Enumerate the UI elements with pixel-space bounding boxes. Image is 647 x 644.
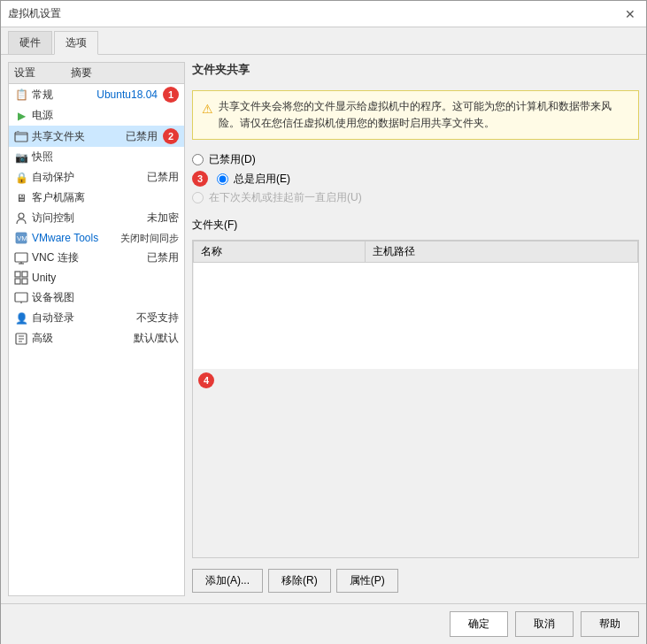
radio-disabled[interactable]: 已禁用(D)	[192, 152, 639, 167]
unity-icon	[14, 271, 28, 285]
main-window: 虚拟机设置 ✕ 硬件 选项 设置 摘要 📋 常规 Ubuntu18.04 1 ▶…	[0, 0, 647, 644]
folder-section: 名称 主机路径 4	[192, 240, 639, 558]
shared-folder-status: 已禁用	[126, 129, 158, 144]
col-path: 主机路径	[366, 242, 638, 263]
col-name: 名称	[194, 242, 366, 263]
bottom-bar: 确定 取消 帮助	[1, 603, 646, 644]
radio-disabled-input[interactable]	[192, 154, 204, 165]
radio-group: 已禁用(D) 3 总是启用(E) 在下次关机或挂起前一直启用(U)	[192, 147, 639, 211]
autologin-icon: 👤	[14, 311, 28, 326]
vmware-tools-icon: VM	[14, 231, 28, 245]
folder-section-label: 文件夹(F)	[192, 218, 639, 233]
sidebar-item-unity[interactable]: Unity	[9, 268, 184, 288]
sidebar-label-autosave: 自动保护	[32, 170, 74, 185]
svg-rect-8	[22, 272, 27, 277]
snapshot-icon: 📷	[14, 150, 28, 165]
warning-icon: ⚠	[202, 99, 213, 132]
warning-box: ⚠ 共享文件夹会将您的文件显示给虚拟机中的程序。这可能为您的计算机和数据带来风险…	[192, 90, 639, 140]
badge-2: 2	[163, 128, 179, 144]
warning-text: 共享文件夹会将您的文件显示给虚拟机中的程序。这可能为您的计算机和数据带来风险。请…	[219, 98, 629, 132]
device-view-icon	[14, 291, 28, 305]
vnc-icon	[14, 251, 28, 265]
left-panel-header: 设置 摘要	[9, 63, 184, 84]
radio-always-input[interactable]	[217, 173, 228, 185]
radio-poweroff-input	[192, 192, 204, 203]
advanced-status: 默认/默认	[134, 331, 179, 346]
main-content: 设置 摘要 📋 常规 Ubuntu18.04 1 ▶ 电源 共享文件夹 已禁用	[1, 55, 646, 603]
sidebar-label-general: 常规	[32, 88, 53, 103]
sidebar-item-shared-folder[interactable]: 共享文件夹 已禁用 2	[9, 126, 184, 147]
svg-rect-10	[22, 279, 27, 284]
sidebar-item-snapshot[interactable]: 📷 快照	[9, 147, 184, 167]
sidebar-label-unity: Unity	[32, 272, 56, 284]
svg-text:VM: VM	[17, 234, 27, 242]
badge-3: 3	[192, 171, 208, 187]
svg-rect-9	[15, 279, 20, 284]
autosave-status: 已禁用	[147, 170, 179, 185]
sidebar-label-advanced: 高级	[32, 331, 53, 346]
sidebar-label-access-control: 访问控制	[32, 211, 74, 226]
sidebar-label-vmware-tools: VMware Tools	[32, 232, 98, 244]
tab-bar: 硬件 选项	[1, 27, 646, 55]
shared-folder-icon	[14, 129, 28, 143]
access-control-icon	[14, 211, 28, 226]
svg-rect-4	[15, 253, 27, 262]
folder-buttons: 添加(A)... 移除(R) 属性(P)	[192, 565, 639, 596]
sidebar-item-vnc[interactable]: VNC 连接 已禁用	[9, 248, 184, 268]
sidebar-label-vnc: VNC 连接	[32, 250, 79, 265]
sidebar-item-advanced[interactable]: 高级 默认/默认	[9, 328, 184, 349]
left-panel: 设置 摘要 📋 常规 Ubuntu18.04 1 ▶ 电源 共享文件夹 已禁用	[8, 62, 185, 596]
svg-rect-11	[15, 293, 27, 302]
section-title: 文件夹共享	[192, 62, 639, 78]
autologin-status: 不受支持	[136, 310, 179, 326]
properties-button[interactable]: 属性(P)	[336, 569, 398, 593]
confirm-button[interactable]: 确定	[450, 611, 508, 637]
svg-rect-7	[15, 272, 20, 277]
radio-always[interactable]: 3 总是启用(E)	[192, 171, 639, 187]
sidebar-label-autologin: 自动登录	[32, 310, 74, 326]
add-button[interactable]: 添加(A)...	[192, 569, 263, 593]
sidebar-label-device-view: 设备视图	[32, 290, 74, 305]
sidebar-item-vmware-tools[interactable]: VM VMware Tools 关闭时间同步	[9, 228, 184, 248]
sidebar-label-snapshot: 快照	[32, 150, 53, 165]
sidebar-item-general[interactable]: 📋 常规 Ubuntu18.04 1	[9, 84, 184, 105]
sidebar-item-power[interactable]: ▶ 电源	[9, 105, 184, 126]
sidebar-label-isolation: 客户机隔离	[32, 190, 85, 205]
access-control-status: 未加密	[147, 211, 179, 226]
radio-until-poweroff: 在下次关机或挂起前一直启用(U)	[192, 190, 639, 205]
cancel-button[interactable]: 取消	[515, 611, 574, 637]
tab-options[interactable]: 选项	[54, 31, 98, 55]
general-status: Ubuntu18.04	[96, 88, 158, 101]
sidebar-item-isolation[interactable]: 🖥 客户机隔离	[9, 188, 184, 208]
close-button[interactable]: ✕	[621, 7, 639, 21]
title-bar: 虚拟机设置 ✕	[1, 1, 646, 27]
radio-disabled-label: 已禁用(D)	[209, 152, 256, 167]
general-icon: 📋	[14, 88, 28, 102]
help-button[interactable]: 帮助	[581, 611, 639, 637]
sidebar-label-power: 电源	[32, 108, 53, 123]
radio-always-label: 总是启用(E)	[234, 172, 290, 187]
svg-point-1	[19, 213, 24, 218]
badge-1: 1	[163, 87, 179, 103]
folder-table-body	[194, 263, 638, 369]
sidebar-item-autosave[interactable]: 🔒 自动保护 已禁用	[9, 167, 184, 188]
autosave-icon: 🔒	[14, 171, 28, 185]
right-panel: 文件夹共享 ⚠ 共享文件夹会将您的文件显示给虚拟机中的程序。这可能为您的计算机和…	[192, 62, 639, 596]
badge-4: 4	[198, 372, 214, 388]
remove-button[interactable]: 移除(R)	[268, 569, 331, 593]
vmware-tools-status: 关闭时间同步	[120, 232, 179, 245]
sidebar-item-access-control[interactable]: 访问控制 未加密	[9, 208, 184, 228]
window-title: 虚拟机设置	[8, 6, 61, 21]
folder-table: 名称 主机路径	[193, 241, 638, 369]
sidebar-item-device-view[interactable]: 设备视图	[9, 288, 184, 308]
isolation-icon: 🖥	[14, 191, 28, 205]
sidebar-label-shared-folder: 共享文件夹	[32, 129, 85, 144]
col-settings: 设置	[14, 65, 35, 80]
vnc-status: 已禁用	[147, 250, 179, 265]
tab-hardware[interactable]: 硬件	[8, 31, 52, 54]
radio-poweroff-label: 在下次关机或挂起前一直启用(U)	[209, 190, 362, 205]
sidebar-item-autologin[interactable]: 👤 自动登录 不受支持	[9, 308, 184, 328]
folder-section-title: 文件夹(F)	[192, 218, 237, 231]
power-icon: ▶	[14, 109, 28, 123]
col-summary: 摘要	[71, 65, 92, 80]
